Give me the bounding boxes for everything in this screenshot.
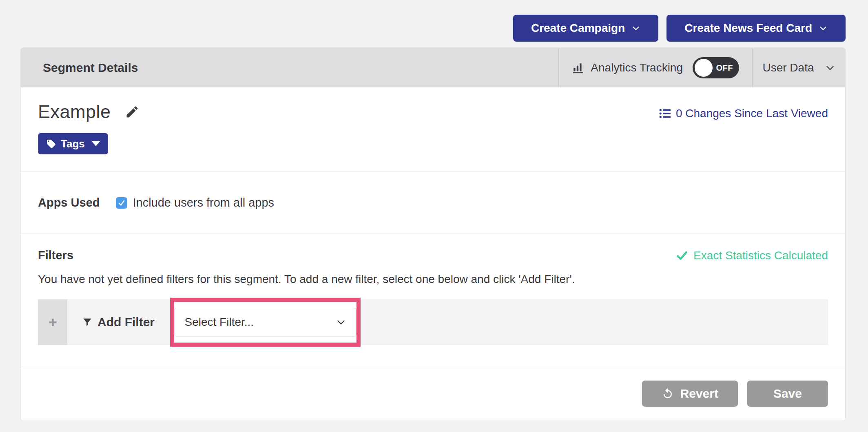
filters-section: Filters Exact Statistics Calculated You …: [21, 234, 845, 366]
include-all-apps-option: Include users from all apps: [116, 196, 274, 209]
add-filter-row: Add Filter Select Filter...: [38, 299, 828, 345]
analytics-tracking-zone: Analytics Tracking OFF: [558, 48, 753, 87]
changes-since-last-viewed-link[interactable]: 0 Changes Since Last Viewed: [659, 107, 828, 120]
tags-button-label: Tags: [61, 138, 85, 150]
segment-name: Example: [38, 101, 111, 122]
funnel-icon: [82, 317, 93, 327]
header-spacer: [138, 48, 558, 87]
caret-down-icon: [92, 141, 100, 146]
user-data-dropdown[interactable]: User Data: [753, 48, 845, 87]
highlight-annotation: Select Filter...: [170, 298, 361, 347]
toggle-knob: [695, 59, 713, 77]
revert-label: Revert: [680, 387, 718, 401]
segment-name-row: Example 0 Changes Since Last Viewed: [38, 101, 828, 122]
segment-name-section: Example 0 Changes Since Last Viewed: [21, 87, 845, 172]
list-icon: [659, 107, 671, 120]
analytics-tracking-toggle[interactable]: OFF: [693, 57, 739, 78]
segment-details-card: Segment Details Analytics Tracking OFF U…: [20, 47, 846, 421]
plus-icon: [47, 317, 58, 328]
card-footer: Revert Save: [21, 366, 845, 421]
tags-dropdown-button[interactable]: Tags: [38, 133, 108, 154]
save-label: Save: [773, 387, 802, 401]
checkmark-icon: [118, 199, 125, 207]
filter-select-dropdown[interactable]: Select Filter...: [175, 308, 356, 336]
analytics-tracking-label: Analytics Tracking: [591, 61, 683, 74]
toggle-state-label: OFF: [716, 57, 733, 78]
checkmark-icon: [676, 250, 688, 261]
filters-label: Filters: [38, 249, 73, 262]
pencil-icon: [125, 105, 140, 119]
apps-used-section: Apps Used Include users from all apps: [21, 172, 845, 234]
chevron-down-icon: [631, 24, 640, 33]
edit-name-button[interactable]: [123, 103, 141, 121]
tag-icon: [46, 139, 56, 149]
changes-link-label: 0 Changes Since Last Viewed: [676, 107, 828, 120]
include-all-apps-label: Include users from all apps: [133, 196, 274, 209]
exact-statistics-status: Exact Statistics Calculated: [676, 249, 828, 262]
chevron-down-icon: [336, 317, 346, 327]
page-title: Segment Details: [43, 61, 138, 75]
add-filter-row-body: Add Filter Select Filter...: [67, 299, 828, 345]
include-all-apps-checkbox[interactable]: [116, 197, 127, 209]
bar-chart-icon: [572, 62, 584, 74]
rotate-ccw-icon: [662, 387, 674, 400]
exact-statistics-label: Exact Statistics Calculated: [693, 249, 828, 262]
apps-used-label: Apps Used: [38, 196, 100, 209]
create-campaign-label: Create Campaign: [531, 22, 625, 35]
chevron-down-icon: [825, 62, 835, 73]
revert-button[interactable]: Revert: [642, 381, 738, 407]
user-data-label: User Data: [762, 61, 814, 74]
filter-select-value: Select Filter...: [185, 316, 254, 329]
create-news-feed-card-button[interactable]: Create News Feed Card: [666, 15, 846, 42]
chevron-down-icon: [819, 24, 828, 33]
add-filter-label: Add Filter: [97, 315, 155, 329]
add-filter-label-group: Add Filter: [82, 315, 155, 329]
filters-header-row: Filters Exact Statistics Calculated: [38, 249, 828, 262]
card-header: Segment Details Analytics Tracking OFF U…: [21, 48, 845, 87]
create-campaign-button[interactable]: Create Campaign: [513, 15, 658, 42]
filters-empty-message: You have not yet defined filters for thi…: [38, 273, 828, 286]
create-news-feed-card-label: Create News Feed Card: [684, 22, 812, 35]
save-button[interactable]: Save: [747, 381, 828, 407]
add-filter-row-button[interactable]: [38, 299, 67, 345]
top-action-bar: Create Campaign Create News Feed Card: [513, 15, 846, 42]
segment-title-wrap: Example: [38, 101, 141, 122]
